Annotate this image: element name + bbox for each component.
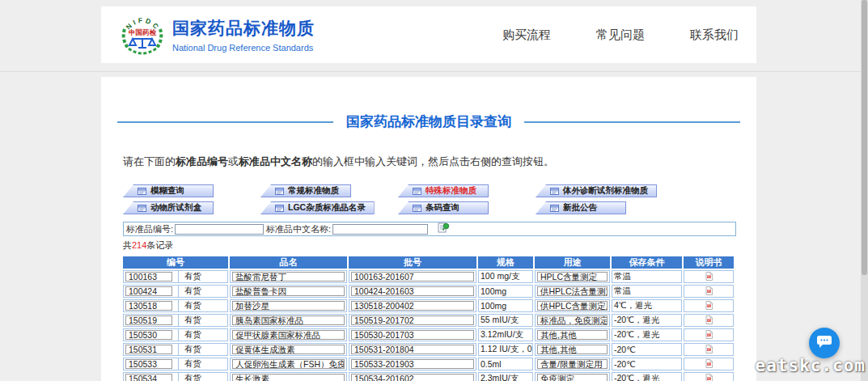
svg-text:PDF: PDF xyxy=(707,362,712,366)
instruction-seg: 或 xyxy=(228,155,239,167)
tab-fuzzy-search[interactable]: 模糊查询 xyxy=(123,184,214,197)
tab-label: 条码查询 xyxy=(426,202,459,214)
row-id: 150531 xyxy=(125,345,172,354)
tab-barcode-query[interactable]: 条码查询 xyxy=(398,201,489,214)
batch-number: 150531-201804 xyxy=(351,345,474,354)
form-icon xyxy=(275,205,284,212)
tab-label: 模糊查询 xyxy=(150,185,184,197)
pdf-icon[interactable]: PDF xyxy=(705,330,713,339)
count-number: 214 xyxy=(132,240,146,250)
product-name: 生长激素 xyxy=(232,374,345,381)
stock-status: 有货 xyxy=(178,286,201,297)
form-icon xyxy=(413,188,421,195)
pdf-icon[interactable]: PDF xyxy=(705,374,713,381)
batch-number: 150519-201702 xyxy=(351,315,474,325)
stock-status: 有货 xyxy=(178,329,201,341)
stock-status: 有货 xyxy=(178,358,201,370)
col-header-batch: 批号 xyxy=(349,256,476,269)
table-row: 150519有货 胰岛素国家标准品 150519-201702 55 mIU/支… xyxy=(123,314,734,327)
spec: 55 mIU/支 xyxy=(478,314,533,327)
count-prefix: 共 xyxy=(123,240,132,250)
search-button[interactable] xyxy=(438,222,450,236)
site-subtitle: National Drug Reference Standards xyxy=(172,43,315,53)
tab-special-standards[interactable]: 特殊标准物质 xyxy=(398,184,489,197)
pdf-icon[interactable]: PDF xyxy=(705,286,713,295)
col-header-storage: 保存条件 xyxy=(612,256,682,269)
nifdc-logo-icon: NIFDC 中国药检 xyxy=(119,11,166,58)
storage-condition: -20℃，避光 xyxy=(612,314,682,327)
svg-text:PDF: PDF xyxy=(707,348,712,351)
search-bar: 标准品编号: 标准品中文名称: xyxy=(123,222,736,236)
nav-contact-us[interactable]: 联系我们 xyxy=(690,28,739,43)
storage-condition: -20℃ xyxy=(612,358,682,370)
chat-bubble-icon xyxy=(816,334,832,352)
table-row: 130518有货 加替沙星 130518-200402 100mg 供HPLC含… xyxy=(123,299,734,312)
svg-text:PDF: PDF xyxy=(707,275,712,278)
standard-name-input[interactable] xyxy=(332,224,428,235)
pdf-icon[interactable]: PDF xyxy=(705,345,713,353)
product-name: 胰岛素国家标准品 xyxy=(232,315,345,325)
col-header-manual: 说明书 xyxy=(684,256,734,269)
tab-lgc-impurity-catalog[interactable]: LGC杂质标准品名录 xyxy=(260,201,375,214)
query-tabs: 模糊查询 常规标准物质 特殊标准物质 体外诊断试剂标准物质 动物所试剂盒 LGC… xyxy=(123,184,756,214)
standard-id-input[interactable] xyxy=(175,224,264,235)
tab-ivd-reagent-standards[interactable]: 体外诊断试剂标准物质 xyxy=(536,184,657,197)
pdf-icon[interactable]: PDF xyxy=(705,272,713,281)
tab-label: 动物所试剂盒 xyxy=(150,202,201,214)
usage: 供HPLC含量测定用 xyxy=(537,301,608,311)
instruction-bold-id: 标准品编号 xyxy=(176,155,228,167)
usage: 其他,其他 xyxy=(537,345,608,354)
usage: 供HPLC法含量测定 xyxy=(537,286,608,296)
form-icon xyxy=(138,205,146,212)
tab-new-batch-announcements[interactable]: 新批公告 xyxy=(536,201,626,214)
nav-faq[interactable]: 常见问题 xyxy=(596,28,645,43)
pdf-icon[interactable]: PDF xyxy=(705,301,713,310)
site-title: 国家药品标准物质 xyxy=(172,17,315,40)
row-id: 150533 xyxy=(125,359,172,369)
instruction-bold-name: 标准品中文名称 xyxy=(239,155,312,167)
spec: 100mg xyxy=(478,299,533,312)
spec: 2.3mIU/支 xyxy=(478,372,533,381)
header-divider xyxy=(0,71,868,72)
storage-condition: -20℃，避光 xyxy=(612,328,682,341)
batch-number: 150530-201703 xyxy=(351,330,474,340)
product-name: 盐酸普鲁卡因 xyxy=(232,286,345,296)
page-scrollbar[interactable] xyxy=(861,0,868,381)
spec: 100mg xyxy=(478,285,533,298)
standard-name-label: 标准品中文名称: xyxy=(266,223,331,235)
pdf-icon[interactable]: PDF xyxy=(705,359,713,368)
usage: 标准品，免疫测定用 xyxy=(537,315,608,325)
product-name: 人促卵泡生成素（FSH）免疫测定用 xyxy=(232,359,345,369)
nav-purchase-process[interactable]: 购买流程 xyxy=(502,28,551,43)
svg-text:PDF: PDF xyxy=(707,377,712,380)
brand-block: 国家药品标准物质 National Drug Reference Standar… xyxy=(172,17,315,53)
form-icon xyxy=(413,205,421,212)
logo-cn-text: 中国药检 xyxy=(129,28,157,36)
tab-animal-kits[interactable]: 动物所试剂盒 xyxy=(123,201,214,214)
section-title-row: 国家药品标准物质目录查询 xyxy=(117,112,740,131)
row-id: 150534 xyxy=(125,374,172,381)
pdf-icon[interactable]: PDF xyxy=(705,315,713,324)
product-name: 促黄体生成激素 xyxy=(232,345,345,354)
standard-id-label: 标准品编号: xyxy=(126,223,173,235)
tab-label: 常规标准物质 xyxy=(288,185,339,197)
chat-button[interactable] xyxy=(809,328,840,358)
search-icon xyxy=(438,222,450,236)
batch-number: 100424-201603 xyxy=(351,286,474,296)
product-name: 盐酸雷尼替丁 xyxy=(232,272,345,282)
spec: 3.12mIU/支 xyxy=(478,328,533,341)
standards-table: 编号 品名 批号 规格 用途 保存条件 说明书 100163有货 盐酸雷尼替丁 … xyxy=(121,255,735,381)
product-name: 促甲状腺素国家标准品 xyxy=(232,330,345,340)
scrollbar-thumb[interactable] xyxy=(862,0,867,275)
stock-status: 有货 xyxy=(178,344,201,355)
count-suffix: 条记录 xyxy=(146,240,173,250)
batch-number: 100163-201607 xyxy=(351,272,474,282)
row-id: 150530 xyxy=(125,330,172,340)
col-header-usage: 用途 xyxy=(535,256,610,269)
stock-status: 有货 xyxy=(178,300,201,311)
storage-condition: 常温 xyxy=(612,270,682,283)
main-nav: 购买流程 常见问题 联系我们 xyxy=(502,28,739,43)
instruction-seg: 请在下面的 xyxy=(123,155,176,167)
table-row: 150530有货 促甲状腺素国家标准品 150530-201703 3.12mI… xyxy=(123,328,734,341)
tab-regular-standards[interactable]: 常规标准物质 xyxy=(260,184,351,197)
